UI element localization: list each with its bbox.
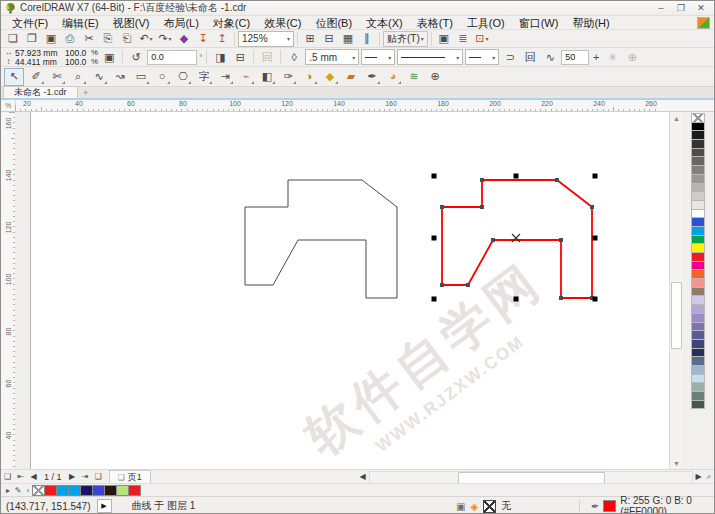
- smoothing-field[interactable]: 50: [561, 50, 589, 65]
- welcome-screen-icon[interactable]: ⊡▾: [473, 31, 491, 47]
- palette-eyedropper-icon[interactable]: ✎: [13, 486, 23, 495]
- curve-node[interactable]: [480, 178, 484, 182]
- save-icon[interactable]: ▣: [42, 31, 60, 47]
- menu-item[interactable]: 文件(F): [5, 16, 55, 30]
- close-button[interactable]: ✕: [692, 2, 710, 14]
- show-rulers-icon[interactable]: ⊟: [320, 31, 338, 47]
- arrowhead-start-select[interactable]: ▾: [361, 49, 395, 65]
- black-curve-object[interactable]: [245, 180, 397, 298]
- arrowhead-end-select[interactable]: ▾: [465, 49, 499, 65]
- eyedropper-tool-icon[interactable]: ✑: [279, 69, 297, 85]
- zoom-level-select[interactable]: 125% ▾: [238, 31, 294, 47]
- export-icon[interactable]: ↥: [213, 31, 231, 47]
- new-tab-button[interactable]: +: [78, 88, 94, 98]
- vertical-scrollbar[interactable]: ▲ ▼: [669, 112, 683, 469]
- menu-item[interactable]: 位图(B): [308, 16, 359, 30]
- vertical-scroll-thumb[interactable]: [671, 282, 682, 349]
- scroll-up-button[interactable]: ▲: [670, 112, 683, 124]
- selection-handle[interactable]: [514, 297, 519, 302]
- fill-dialog-icon[interactable]: ◕: [384, 69, 402, 85]
- document-tab[interactable]: 未命名 -1.cdr: [3, 86, 78, 98]
- add-page-button-end[interactable]: ❏: [92, 471, 105, 483]
- chevron-down-icon[interactable]: ▾: [485, 35, 488, 42]
- selection-handle[interactable]: [432, 236, 437, 241]
- scroll-down-button[interactable]: ▼: [670, 457, 683, 469]
- page-tab[interactable]: ❏ 页1: [109, 470, 151, 483]
- restore-button[interactable]: ❐: [672, 2, 690, 14]
- redo-icon[interactable]: ↷▾: [156, 31, 174, 47]
- outline-width-select[interactable]: .5 mm ▾: [305, 49, 359, 65]
- fill-bucket-icon[interactable]: ◈: [470, 501, 478, 512]
- crop-tool-icon[interactable]: ✄: [48, 69, 66, 85]
- ruler-origin-icon[interactable]: %: [1, 100, 16, 111]
- connector-tool-icon[interactable]: ⌁: [237, 69, 255, 85]
- navigator-button[interactable]: ⌕: [703, 471, 715, 483]
- convert-to-curve-button[interactable]: 回: [258, 49, 276, 65]
- color-swatch[interactable]: [691, 400, 705, 410]
- menu-item[interactable]: 布局(L): [156, 16, 205, 30]
- vertical-ruler[interactable]: 16014012010080604020: [1, 112, 16, 469]
- curve-node[interactable]: [555, 178, 559, 182]
- selection-handle[interactable]: [593, 236, 598, 241]
- menu-item[interactable]: 表格(T): [410, 16, 460, 30]
- curve-node[interactable]: [466, 283, 470, 287]
- text-tool-icon[interactable]: 字: [195, 69, 213, 85]
- chevron-down-icon[interactable]: ▾: [169, 35, 172, 42]
- object-height-field[interactable]: 44.411 mm: [15, 57, 63, 67]
- mirror-horizontal-button[interactable]: ◨: [211, 49, 229, 65]
- show-grid-icon[interactable]: ▦: [339, 31, 357, 47]
- last-page-button[interactable]: ⇥: [79, 471, 92, 483]
- selection-handle[interactable]: [593, 174, 598, 179]
- paste-icon[interactable]: ⎗: [118, 31, 136, 47]
- smoothing-stepper[interactable]: +: [591, 49, 601, 65]
- snap-to-button[interactable]: 贴齐(T) ▾: [383, 31, 428, 47]
- rectangle-tool-icon[interactable]: ▭: [132, 69, 150, 85]
- shape-tool-icon[interactable]: ✐: [27, 69, 45, 85]
- rotation-angle-field[interactable]: 0.0: [147, 50, 197, 65]
- menu-item[interactable]: 效果(C): [257, 16, 308, 30]
- line-style-select[interactable]: ▾: [397, 49, 463, 65]
- corel-account-icon[interactable]: [697, 17, 710, 29]
- selection-handle[interactable]: [432, 297, 437, 302]
- zoom-tool-icon[interactable]: ⌕: [69, 69, 87, 85]
- search-content-icon[interactable]: ◆: [175, 31, 193, 47]
- basic-shapes-icon[interactable]: ◧: [258, 69, 276, 85]
- curve-node[interactable]: [491, 238, 495, 242]
- horizontal-ruler[interactable]: % 20406080100120140160180200220240260: [1, 98, 714, 112]
- coordinates-flyout-button[interactable]: ▶: [97, 499, 112, 513]
- fullscreen-preview-icon[interactable]: ⊞: [301, 31, 319, 47]
- show-guidelines-icon[interactable]: ∥: [358, 31, 376, 47]
- chevron-down-icon[interactable]: ▾: [150, 35, 153, 42]
- curve-node[interactable]: [440, 205, 444, 209]
- mirror-vertical-button[interactable]: ⊟: [231, 49, 249, 65]
- menu-item[interactable]: 对象(C): [206, 16, 257, 30]
- scale-y-field[interactable]: 100.0: [65, 57, 89, 67]
- curve-node[interactable]: [559, 296, 563, 300]
- outline-pen-icon[interactable]: ✒: [591, 501, 599, 512]
- minimize-button[interactable]: –: [652, 2, 670, 14]
- selection-handle[interactable]: [432, 174, 437, 179]
- add-tools-icon[interactable]: ⊕: [426, 69, 444, 85]
- next-page-button[interactable]: ▶: [66, 471, 79, 483]
- curve-node[interactable]: [559, 238, 563, 242]
- menu-item[interactable]: 工具(O): [460, 16, 512, 30]
- menu-item[interactable]: 帮助(H): [565, 16, 616, 30]
- selection-handle[interactable]: [514, 174, 519, 179]
- print-icon[interactable]: ⎙: [61, 31, 79, 47]
- close-curve-button[interactable]: ⊃: [501, 49, 519, 65]
- interactive-fill-icon[interactable]: ◑: [300, 69, 318, 85]
- menu-item[interactable]: 编辑(E): [55, 16, 106, 30]
- previous-page-button[interactable]: ◀: [27, 471, 40, 483]
- menu-item[interactable]: 窗口(W): [512, 16, 566, 30]
- menu-item[interactable]: 文本(X): [359, 16, 410, 30]
- drawing-canvas[interactable]: 软件自学网 WWW.RJZXW.COM: [15, 112, 685, 469]
- cut-icon[interactable]: ✂: [80, 31, 98, 47]
- curve-node[interactable]: [590, 205, 594, 209]
- new-document-icon[interactable]: ❏: [4, 31, 22, 47]
- curve-node[interactable]: [440, 283, 444, 287]
- add-propbar-button[interactable]: ⊕: [623, 49, 641, 65]
- menu-item[interactable]: 视图(V): [106, 16, 157, 30]
- border-and-fill-button[interactable]: 回: [521, 49, 539, 65]
- outline-pen-icon[interactable]: ✒: [363, 69, 381, 85]
- color-sliders-icon[interactable]: ≋: [405, 69, 423, 85]
